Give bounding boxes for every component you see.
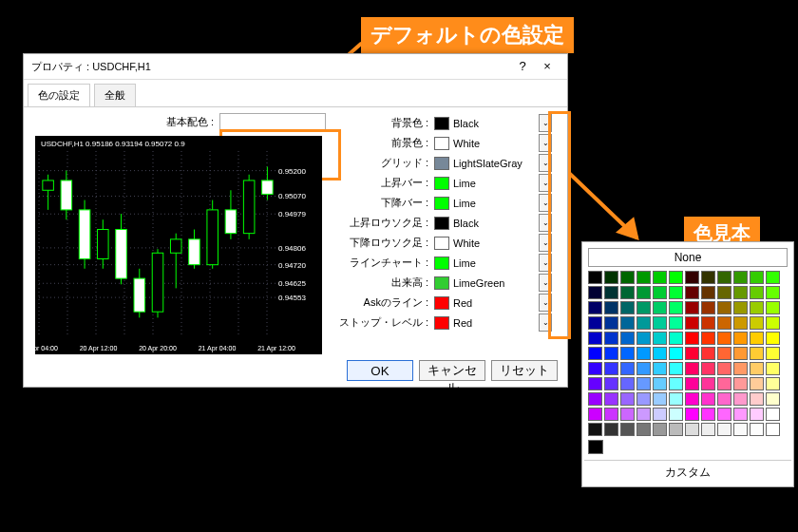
palette-cell[interactable]	[750, 377, 764, 390]
palette-cell[interactable]	[669, 301, 683, 314]
palette-cell[interactable]	[604, 316, 618, 330]
palette-cell[interactable]	[653, 332, 667, 345]
palette-cell[interactable]	[717, 271, 732, 284]
palette-cell[interactable]	[685, 332, 699, 345]
palette-cell[interactable]	[750, 408, 764, 421]
palette-cell[interactable]	[588, 347, 602, 360]
close-button[interactable]: ×	[535, 54, 560, 79]
palette-cell[interactable]	[669, 332, 683, 345]
palette-cell[interactable]	[750, 301, 764, 314]
palette-cell[interactable]	[653, 271, 667, 284]
palette-cell[interactable]	[766, 362, 780, 375]
palette-cell[interactable]	[733, 286, 748, 299]
palette-cell[interactable]	[766, 301, 780, 314]
palette-cell[interactable]	[588, 301, 602, 314]
palette-cell[interactable]	[636, 286, 651, 299]
palette-cell[interactable]	[750, 347, 764, 360]
palette-cell[interactable]	[588, 271, 602, 284]
palette-cell[interactable]	[766, 316, 780, 330]
palette-cell[interactable]	[636, 377, 651, 390]
palette-cell[interactable]	[620, 286, 635, 299]
palette-cell[interactable]	[653, 286, 667, 299]
palette-cell[interactable]	[685, 347, 699, 360]
palette-cell[interactable]	[717, 362, 732, 375]
palette-cell[interactable]	[701, 377, 715, 390]
palette-cell[interactable]	[733, 332, 748, 345]
palette-cell[interactable]	[701, 286, 715, 299]
palette-cell[interactable]	[750, 392, 764, 406]
palette-cell[interactable]	[620, 347, 635, 360]
palette-cell[interactable]	[636, 408, 651, 421]
palette-cell[interactable]	[685, 392, 699, 406]
palette-cell[interactable]	[750, 316, 764, 330]
palette-cell[interactable]	[717, 316, 732, 330]
palette-cell[interactable]	[588, 408, 602, 421]
palette-cell[interactable]	[717, 392, 732, 406]
palette-cell[interactable]	[717, 301, 732, 314]
palette-cell[interactable]	[636, 271, 651, 284]
palette-cell[interactable]	[653, 408, 667, 421]
palette-cell[interactable]	[733, 392, 748, 406]
palette-cell[interactable]	[717, 286, 732, 299]
palette-cell[interactable]	[685, 377, 699, 390]
palette-cell[interactable]	[620, 377, 635, 390]
palette-cell[interactable]	[604, 362, 618, 375]
palette-cell[interactable]	[669, 392, 683, 406]
palette-cell[interactable]	[620, 408, 635, 421]
palette-cell[interactable]	[701, 332, 715, 345]
palette-cell[interactable]	[669, 377, 683, 390]
palette-cell[interactable]	[701, 347, 715, 360]
palette-cell[interactable]	[620, 362, 635, 375]
palette-cell[interactable]	[701, 316, 715, 330]
palette-cell[interactable]	[750, 332, 764, 345]
help-button[interactable]: ?	[510, 54, 535, 79]
palette-cell[interactable]	[685, 408, 699, 421]
palette-cell[interactable]	[733, 271, 748, 284]
palette-cell[interactable]	[604, 347, 618, 360]
palette-cell[interactable]	[750, 271, 764, 284]
palette-cell[interactable]	[766, 347, 780, 360]
palette-cell[interactable]	[766, 377, 780, 390]
palette-cell[interactable]	[733, 377, 748, 390]
palette-cell[interactable]	[701, 408, 715, 421]
palette-cell[interactable]	[636, 301, 651, 314]
titlebar[interactable]: プロパティ : USDCHF,H1 ? ×	[24, 54, 567, 80]
palette-cell[interactable]	[717, 423, 732, 436]
palette-cell[interactable]	[669, 271, 683, 284]
palette-cell[interactable]	[620, 301, 635, 314]
palette-cell[interactable]	[733, 408, 748, 421]
palette-cell[interactable]	[669, 286, 683, 299]
palette-cell[interactable]	[766, 392, 780, 406]
palette-cell[interactable]	[636, 392, 651, 406]
palette-cell[interactable]	[733, 301, 748, 314]
palette-cell[interactable]	[685, 423, 699, 436]
palette-cell[interactable]	[636, 332, 651, 345]
palette-cell[interactable]	[604, 332, 618, 345]
palette-cell[interactable]	[766, 408, 780, 421]
palette-cell[interactable]	[717, 347, 732, 360]
palette-cell[interactable]	[766, 286, 780, 299]
palette-cell[interactable]	[636, 362, 651, 375]
palette-cell[interactable]	[604, 392, 618, 406]
palette-cell[interactable]	[701, 271, 715, 284]
palette-cell[interactable]	[636, 423, 651, 436]
ok-button[interactable]: OK	[347, 360, 413, 381]
palette-cell[interactable]	[620, 423, 635, 436]
palette-cell[interactable]	[766, 423, 780, 436]
palette-cell[interactable]	[685, 301, 699, 314]
palette-cell[interactable]	[604, 408, 618, 421]
palette-cell[interactable]	[766, 332, 780, 345]
palette-cell[interactable]	[701, 392, 715, 406]
palette-cell[interactable]	[604, 286, 618, 299]
tab-general[interactable]: 全般	[94, 84, 136, 106]
palette-cell[interactable]	[620, 392, 635, 406]
palette-cell[interactable]	[669, 423, 683, 436]
palette-none[interactable]: None	[588, 248, 788, 267]
palette-cell[interactable]	[733, 362, 748, 375]
palette-cell[interactable]	[653, 347, 667, 360]
palette-cell[interactable]	[588, 316, 602, 330]
palette-cell[interactable]	[653, 377, 667, 390]
palette-cell[interactable]	[717, 377, 732, 390]
palette-cell[interactable]	[620, 316, 635, 330]
palette-cell[interactable]	[588, 423, 602, 436]
